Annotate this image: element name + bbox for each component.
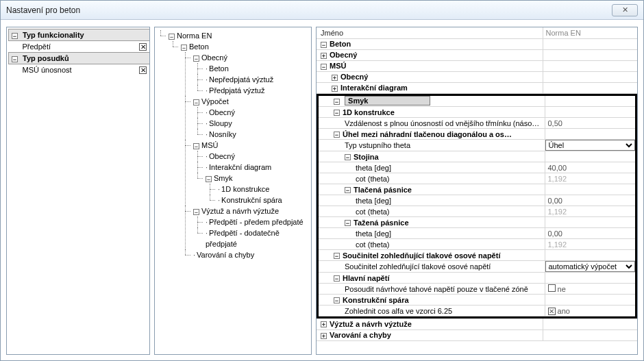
section-header: Typ posudků xyxy=(23,54,69,62)
tree-leaf[interactable]: ·Sloupy xyxy=(203,118,310,129)
leaf-icon: · xyxy=(206,152,208,160)
left-item[interactable]: MSÚ únosnost xyxy=(9,64,151,76)
collapse-icon[interactable]: − xyxy=(193,143,199,149)
leaf-icon: · xyxy=(218,196,220,204)
leaf-icon: · xyxy=(193,251,195,259)
prop-label: theta [deg] xyxy=(319,162,545,173)
collapse-icon[interactable]: − xyxy=(345,154,351,160)
checkbox-unchecked[interactable] xyxy=(548,284,556,292)
tree-leaf[interactable]: ·Předpětí - předem předpjaté xyxy=(203,216,310,227)
settings-dialog: Nastavení pro beton ✕ − Typ funkcionalit… xyxy=(0,0,644,361)
prop-group[interactable]: Stojina xyxy=(354,153,379,161)
collapse-icon[interactable]: − xyxy=(345,220,351,226)
tree-leaf[interactable]: ·Konstrukční spára xyxy=(215,195,310,206)
prop-group[interactable]: Hlavní napětí xyxy=(343,274,389,282)
prop-label: Zohlednit cos alfa ve vzorci 6.25 xyxy=(319,306,545,316)
prop-label: Vzdálenost s plnou únosností od vnějšího… xyxy=(319,118,545,129)
prop-label: Součinitel zohledňující tlakové osové na… xyxy=(319,261,545,273)
collapse-icon[interactable]: − xyxy=(12,56,18,62)
prop-group[interactable]: Beton xyxy=(330,40,351,48)
tree-leaf[interactable]: ·Interakční diagram xyxy=(203,162,310,173)
prop-group[interactable]: Obecný xyxy=(340,73,368,81)
tree-leaf[interactable]: ·Nosníky xyxy=(203,129,310,140)
prop-label: Posoudit návrhové tahové napětí pouze v … xyxy=(319,284,545,295)
tree-leaf[interactable]: ·1D konstrukce xyxy=(215,184,310,195)
collapse-icon[interactable]: − xyxy=(12,33,18,39)
prop-value[interactable]: 40,00 xyxy=(545,162,635,173)
prop-group[interactable]: 1D konstrukce xyxy=(343,108,395,116)
tree-leaf[interactable]: ·Beton xyxy=(203,63,310,74)
prop-label: cot (theta) xyxy=(319,206,545,217)
select-coefficient[interactable]: automatický výpočet xyxy=(545,261,636,272)
expand-icon[interactable]: + xyxy=(321,333,327,339)
prop-value[interactable]: 0,50 xyxy=(545,118,635,129)
leaf-icon: · xyxy=(206,130,208,138)
collapse-icon[interactable]: − xyxy=(193,99,199,105)
expand-icon[interactable]: + xyxy=(321,53,327,59)
tree-leaf[interactable]: ·Předpětí - dodatečně předpjaté xyxy=(203,227,310,249)
prop-group[interactable]: Konstrukční spára xyxy=(343,296,409,304)
collapse-icon[interactable]: − xyxy=(169,34,175,40)
tree-leaf[interactable]: ·Varování a chyby xyxy=(190,249,310,260)
collapse-icon[interactable]: − xyxy=(321,64,327,70)
prop-group[interactable]: Tažená pásnice xyxy=(354,219,409,227)
prop-value[interactable]: 0,00 xyxy=(545,228,635,239)
prop-group[interactable]: Obecný xyxy=(330,51,357,59)
prop-value-readonly: 1,192 xyxy=(545,173,635,184)
prop-group[interactable]: Interakční diagram xyxy=(340,84,408,92)
collapse-icon[interactable]: − xyxy=(334,275,340,282)
prop-group[interactable]: Tlačená pásnice xyxy=(354,186,412,194)
prop-group-selected[interactable]: Smyk xyxy=(345,96,430,105)
checkbox-checked[interactable] xyxy=(139,66,147,74)
tree-item[interactable]: −MSÚ ·Obecný ·Interakční diagram −Smyk ·… xyxy=(190,140,310,206)
checkbox-checked[interactable] xyxy=(548,308,556,315)
checkbox-checked[interactable] xyxy=(139,43,147,51)
leaf-icon: · xyxy=(206,163,208,171)
tree-leaf[interactable]: ·Obecný xyxy=(203,151,310,162)
property-panel: Jméno Norma EN −Beton +Obecný −MSÚ +Obec… xyxy=(316,27,638,355)
left-item[interactable]: Předpětí xyxy=(9,41,151,53)
collapse-icon[interactable]: − xyxy=(334,297,340,303)
collapse-icon[interactable]: − xyxy=(321,42,327,48)
tree-item[interactable]: −Beton −Obecný ·Beton ·Nepředpjatá výztu… xyxy=(178,41,310,260)
expand-icon[interactable]: + xyxy=(332,75,338,81)
collapse-icon[interactable]: − xyxy=(206,176,212,182)
tree-item[interactable]: −Výpočet ·Obecný ·Sloupy ·Nosníky xyxy=(190,96,310,140)
collapse-icon[interactable]: − xyxy=(334,99,340,105)
prop-value: ano xyxy=(558,307,570,315)
close-button[interactable]: ✕ xyxy=(612,4,638,16)
prop-group[interactable]: Úhel mezi náhradní tlačenou diagonálou a… xyxy=(343,130,512,138)
tree-leaf[interactable]: ·Obecný xyxy=(203,107,310,118)
tree-leaf[interactable]: ·Nepředpjatá výztuž xyxy=(203,74,310,85)
collapse-icon[interactable]: − xyxy=(181,45,187,51)
leaf-icon: · xyxy=(206,218,208,226)
prop-value: ne xyxy=(558,285,566,293)
tree-item[interactable]: −Obecný ·Beton ·Nepředpjatá výztuž ·Před… xyxy=(190,52,310,96)
tree-item[interactable]: −Výztuž a návrh výztuže ·Předpětí - před… xyxy=(190,206,310,249)
prop-group[interactable]: MSÚ xyxy=(330,62,346,70)
prop-value[interactable]: 0,00 xyxy=(545,195,635,206)
col-header-value: Norma EN xyxy=(543,27,637,38)
prop-group[interactable]: Výztuž a návrh výztuže xyxy=(330,320,412,328)
select-theta-type[interactable]: Úhel xyxy=(545,140,636,151)
leaf-icon: · xyxy=(206,86,208,95)
collapse-icon[interactable]: − xyxy=(193,209,199,215)
collapse-icon[interactable]: − xyxy=(334,253,340,259)
collapse-icon[interactable]: − xyxy=(193,55,199,62)
prop-group[interactable]: Součinitel zohledňující tlakové osové na… xyxy=(343,251,500,260)
left-panel: − Typ funkcionality Předpětí − Typ posud… xyxy=(6,27,150,355)
collapse-icon[interactable]: − xyxy=(334,132,340,138)
expand-icon[interactable]: + xyxy=(332,86,338,92)
collapse-icon[interactable]: − xyxy=(334,110,340,116)
tree-leaf[interactable]: ·Předpjatá výztuž xyxy=(203,85,310,96)
leaf-icon: · xyxy=(218,185,220,193)
section-header: Typ funkcionality xyxy=(23,31,84,39)
leaf-icon: · xyxy=(206,64,208,73)
tree-item[interactable]: −Smyk ·1D konstrukce ·Konstrukční spára xyxy=(203,173,310,206)
collapse-icon[interactable]: − xyxy=(345,187,351,193)
prop-group[interactable]: Varování a chyby xyxy=(330,331,391,339)
left-item-label: Předpětí xyxy=(9,41,136,53)
expand-icon[interactable]: + xyxy=(321,321,327,327)
tree-root[interactable]: −Norma EN −Beton −Obecný ·Beton ·Nepředp… xyxy=(166,30,310,260)
prop-label: Typ vstupního theta xyxy=(319,140,545,151)
